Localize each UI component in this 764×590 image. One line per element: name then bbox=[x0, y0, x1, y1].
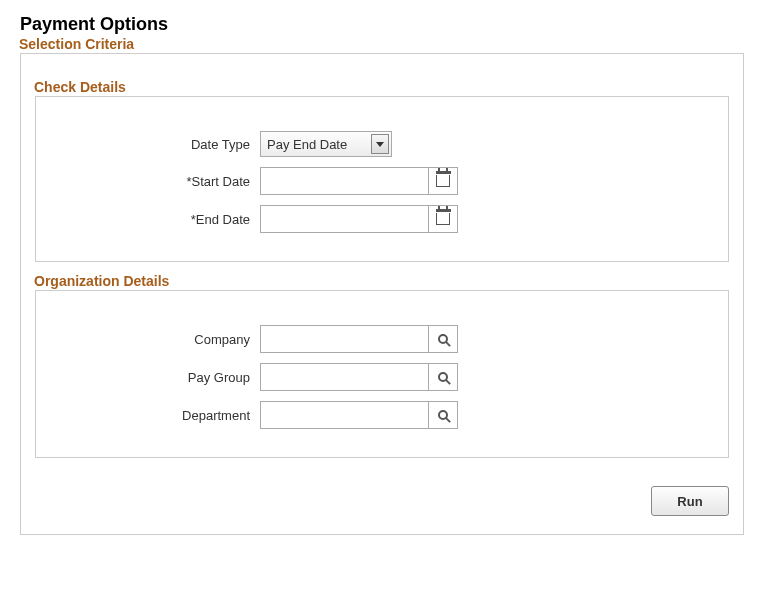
department-lookup-button[interactable] bbox=[428, 401, 458, 429]
organization-details-group: Organization Details Company Pay Group D… bbox=[35, 290, 729, 458]
company-row: Company bbox=[50, 325, 714, 353]
date-type-select[interactable]: Pay End Date bbox=[260, 131, 392, 157]
chevron-down-icon bbox=[376, 142, 384, 147]
pay-group-lookup-button[interactable] bbox=[428, 363, 458, 391]
department-row: Department bbox=[50, 401, 714, 429]
check-details-group: Check Details Date Type Pay End Date *St… bbox=[35, 96, 729, 262]
selection-criteria-group: Selection Criteria Check Details Date Ty… bbox=[20, 53, 744, 535]
department-input[interactable] bbox=[260, 401, 428, 429]
start-date-row: *Start Date bbox=[50, 167, 714, 195]
start-date-input[interactable] bbox=[260, 167, 428, 195]
end-date-input[interactable] bbox=[260, 205, 428, 233]
pay-group-input[interactable] bbox=[260, 363, 428, 391]
company-label: Company bbox=[50, 332, 260, 347]
date-type-value: Pay End Date bbox=[267, 137, 347, 152]
selection-criteria-legend: Selection Criteria bbox=[19, 36, 138, 52]
end-date-row: *End Date bbox=[50, 205, 714, 233]
end-date-label: *End Date bbox=[50, 212, 260, 227]
end-date-calendar-button[interactable] bbox=[428, 205, 458, 233]
run-button[interactable]: Run bbox=[651, 486, 729, 516]
search-icon bbox=[438, 410, 448, 420]
date-type-label: Date Type bbox=[50, 137, 260, 152]
date-type-dropdown-button[interactable] bbox=[371, 134, 389, 154]
company-lookup-button[interactable] bbox=[428, 325, 458, 353]
company-input[interactable] bbox=[260, 325, 428, 353]
calendar-icon bbox=[436, 213, 450, 225]
department-label: Department bbox=[50, 408, 260, 423]
calendar-icon bbox=[436, 175, 450, 187]
run-row: Run bbox=[35, 486, 729, 516]
date-type-row: Date Type Pay End Date bbox=[50, 131, 714, 157]
start-date-calendar-button[interactable] bbox=[428, 167, 458, 195]
pay-group-label: Pay Group bbox=[50, 370, 260, 385]
check-details-legend: Check Details bbox=[34, 79, 130, 95]
search-icon bbox=[438, 334, 448, 344]
organization-details-legend: Organization Details bbox=[34, 273, 173, 289]
page-title: Payment Options bbox=[20, 14, 744, 35]
search-icon bbox=[438, 372, 448, 382]
pay-group-row: Pay Group bbox=[50, 363, 714, 391]
start-date-label: *Start Date bbox=[50, 174, 260, 189]
